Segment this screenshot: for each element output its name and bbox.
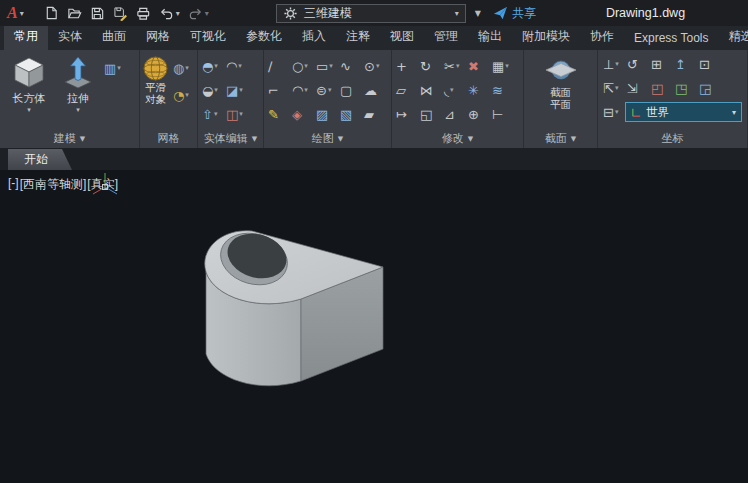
ribbon-tool-button[interactable]: ▢ ▾ [338,78,362,102]
ribbon-tool-button[interactable]: ▦ ▾ [490,54,514,78]
ribbon-tab[interactable]: 曲面 [92,26,136,50]
ribbon-tool-button[interactable]: ✖ ▾ [466,54,490,78]
ribbon-tool-button[interactable]: ⊢ ▾ [490,102,514,126]
new-file-button[interactable] [41,4,62,23]
ribbon-tool-button[interactable]: ▰ ▾ [362,102,386,126]
file-tab-start[interactable]: 开始 [8,149,72,170]
ribbon-tool-button[interactable]: ↦ ▾ [394,102,418,126]
plot-button[interactable] [133,4,154,23]
ribbon-tool-button[interactable]: ◰ ▾ [649,76,673,100]
ribbon-tool-button[interactable]: ⊞ ▾ [649,52,673,76]
ribbon-tool-button[interactable]: ⇧ ▾ [200,102,224,126]
ribbon-tool-button[interactable]: ◒ ▾ [200,78,224,102]
ribbon-tool-button[interactable]: ⊙ ▾ [362,54,386,78]
ribbon-tool-button[interactable]: ◍ ▾ [171,56,195,80]
panel-label-modify[interactable]: 修改 ▼ [392,129,523,148]
ribbon-tool-button[interactable]: ◠ ▾ [290,78,314,102]
extrude-button[interactable]: 拉伸 ▾ [56,52,100,129]
section-plane-button[interactable]: 截面 平面 [531,52,591,129]
ribbon-tool-button[interactable]: ↺ ▾ [625,52,649,76]
ribbon-tool-button[interactable]: ⊜ ▾ [314,78,338,102]
ribbon-tab[interactable]: 附加模块 [512,26,580,50]
ribbon-tool-button[interactable]: ◓ ▾ [200,54,224,78]
panel-label-coordinates[interactable]: 坐标 [598,129,747,148]
undo-button[interactable]: ▾ [156,4,183,23]
ribbon-tab[interactable]: 精选应用 [718,26,748,50]
ribbon-tool-button[interactable]: ◪ ▾ [224,78,248,102]
ribbon-tab[interactable]: 注释 [336,26,380,50]
ribbon-tool-button[interactable]: ◳ ▾ [673,76,697,100]
ribbon-tab[interactable]: 常用 [4,26,48,50]
ribbon-tool-button[interactable]: ◱ ▾ [418,102,442,126]
ribbon-tool-button[interactable]: ▭ ▾ [314,54,338,78]
ribbon-tool-button[interactable]: ⊟ ▾ [601,100,625,124]
panel-label-mesh[interactable]: 网格 [140,129,197,148]
ucs-combobox[interactable]: 世界 ▾ [625,102,742,122]
save-as-button[interactable] [110,4,131,23]
ribbon-tool-button[interactable]: ↥ ▾ [673,52,697,76]
ribbon-tab[interactable]: 输出 [468,26,512,50]
ribbon-tool-button[interactable]: ◲ ▾ [697,76,721,100]
ribbon-tab[interactable]: 网格 [136,26,180,50]
ribbon-tool-button[interactable]: ✎ ▾ [266,102,290,126]
ribbon-tool-button[interactable]: ☁ ▾ [362,78,386,102]
ribbon-tool-button[interactable]: ▱ ▾ [394,78,418,102]
open-file-button[interactable] [64,4,85,23]
ribbon-tool-button[interactable]: ∕ ▾ [266,54,290,78]
ribbon-tab[interactable]: 可视化 [180,26,236,50]
save-button[interactable] [87,4,108,23]
coordinates-row-2: ⇱ ▾ ⇲ ▾ ◰ ▾ [601,76,744,100]
ribbon-tool-button[interactable]: ▥ ▾ [102,56,126,80]
ribbon-tool-button[interactable]: ⌐ ▾ [266,78,290,102]
ribbon-tool-button[interactable]: ≋ ▾ [490,78,514,102]
drawing-viewport[interactable]: [-] [西南等轴测] [真实] [0,170,748,483]
ribbon-tool-button[interactable]: ◟ ▾ [442,78,466,102]
panel-label-solid-editing[interactable]: 实体编辑 ▼ [198,129,263,148]
ribbon-tab[interactable]: 插入 [292,26,336,50]
view-control[interactable]: [西南等轴测] [20,176,87,193]
ribbon-tool-button[interactable]: ⇲ ▾ [625,76,649,100]
offset-icon: ≋ [492,84,503,97]
viewport-menu-control[interactable]: [-] [8,176,19,193]
ribbon-tool-button[interactable]: ⋈ ▾ [418,78,442,102]
ribbon-tool-button[interactable]: ◠ ▾ [224,54,248,78]
qat-customize-button[interactable]: ▼ [475,9,481,18]
ribbon-tab[interactable]: 协作 [580,26,624,50]
3d-solid-object[interactable] [205,226,383,386]
ribbon-tool-button[interactable]: ✳ ▾ [466,78,490,102]
redo-button[interactable]: ▾ [185,4,212,23]
ribbon-tab[interactable]: 管理 [424,26,468,50]
ribbon-tool-button[interactable]: ✂ ▾ [442,54,466,78]
ribbon-tool-button[interactable]: ▨ ▾ [314,102,338,126]
quick-access-toolbar: ▾ ▾ [41,4,212,23]
explode-icon: ✳ [468,84,479,97]
panel-label-draw[interactable]: 绘图 ▼ [264,129,391,148]
smooth-object-button[interactable]: 平滑 对象 [142,52,169,129]
section-plane-icon [545,55,577,87]
ribbon-tool-button[interactable]: ⊥ ▾ [601,52,625,76]
ribbon-tool-button[interactable]: ⇱ ▾ [601,76,625,100]
ribbon-tool-button[interactable]: ⊡ ▾ [697,52,721,76]
ribbon-tool-button[interactable]: ◈ ▾ [290,102,314,126]
ribbon-tool-button[interactable]: ∿ ▾ [338,54,362,78]
ribbon-tool-button[interactable]: ⊕ ▾ [466,102,490,126]
ribbon-tool-button[interactable]: + ▾ [394,54,418,78]
ribbon-tool-button[interactable]: ▧ ▾ [338,102,362,126]
ribbon-tool-button[interactable]: ○ ▾ [290,54,314,78]
ribbon-tool-button[interactable]: ◔ ▾ [171,83,195,107]
ucs-icon: ⊥ [603,58,614,71]
trim-icon: ✂ [444,60,455,73]
ribbon-tool-button[interactable]: ⊿ ▾ [442,102,466,126]
share-button[interactable]: 共享 [493,5,536,22]
box-button[interactable]: 长方体 ▾ [2,52,56,129]
workspace-selector[interactable]: 三维建模 ▾ [276,4,466,23]
ribbon-tab[interactable]: 参数化 [236,26,292,50]
ribbon-tab[interactable]: Express Tools [624,26,718,50]
ribbon-tool-button[interactable]: ◫ ▾ [224,102,248,126]
panel-label-section[interactable]: 截面 ▼ [524,129,597,148]
panel-label-modeling[interactable]: 建模 ▼ [0,129,139,148]
ribbon-tab[interactable]: 实体 [48,26,92,50]
ribbon-tool-button[interactable]: ↻ ▾ [418,54,442,78]
app-menu-button[interactable]: A ▾ [0,0,31,26]
ribbon-tab[interactable]: 视图 [380,26,424,50]
